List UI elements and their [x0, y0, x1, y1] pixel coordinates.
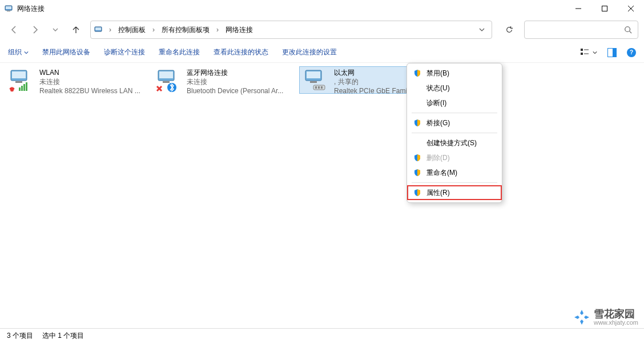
- refresh-button[interactable]: [498, 21, 521, 39]
- svg-line-10: [630, 31, 632, 34]
- ctx-shortcut[interactable]: 创建快捷方式(S): [407, 135, 502, 150]
- svg-rect-23: [26, 82, 27, 91]
- connection-status: , 共享的: [334, 77, 414, 86]
- ctx-rename[interactable]: 重命名(M): [407, 165, 502, 180]
- svg-rect-22: [23, 84, 25, 91]
- command-bar: 组织 禁用此网络设备 诊断这个连接 重命名此连接 查看此连接的状态 更改此连接的…: [0, 42, 644, 63]
- separator: [412, 113, 497, 113]
- watermark-name: 雪花家园: [594, 309, 638, 319]
- watermark-logo-icon: [573, 309, 590, 326]
- svg-rect-12: [581, 53, 583, 55]
- svg-rect-4: [602, 6, 607, 11]
- svg-rect-18: [12, 71, 26, 78]
- shield-icon: [413, 118, 422, 127]
- svg-rect-31: [307, 71, 320, 78]
- breadcrumb-sep: [107, 26, 114, 34]
- status-item-count: 3 个项目: [7, 331, 33, 341]
- breadcrumb-sep: [214, 26, 221, 34]
- disable-device-button[interactable]: 禁用此网络设备: [42, 47, 90, 57]
- watermark: 雪花家园 www.xhjaty.com: [573, 309, 638, 326]
- watermark-url: www.xhjaty.com: [594, 319, 638, 326]
- connection-item-wlan[interactable]: WLAN 未连接 Realtek 8822BU Wireless LAN ...: [5, 66, 147, 94]
- svg-rect-36: [321, 86, 323, 89]
- recent-button[interactable]: [47, 21, 64, 38]
- status-bar: 3 个项目 选中 1 个项目: [0, 328, 644, 343]
- preview-pane-icon[interactable]: [607, 48, 617, 57]
- organize-menu[interactable]: 组织: [8, 47, 29, 57]
- chevron-down-icon: [24, 50, 29, 55]
- chevron-down-icon[interactable]: [593, 50, 597, 55]
- status-selected-count: 选中 1 个项目: [42, 331, 84, 341]
- connection-status: 未连接: [187, 77, 283, 86]
- forward-button[interactable]: [26, 21, 43, 38]
- ctx-diagnose[interactable]: 诊断(I): [407, 95, 502, 110]
- minimize-button[interactable]: [565, 0, 591, 17]
- svg-rect-1: [6, 6, 11, 9]
- svg-rect-2: [7, 11, 10, 11]
- shield-icon: [413, 153, 422, 162]
- breadcrumb-network-connections[interactable]: 网络连接: [224, 25, 254, 35]
- address-bar[interactable]: 控制面板 所有控制面板项 网络连接: [90, 21, 492, 39]
- address-dropdown-icon[interactable]: [479, 27, 485, 33]
- search-icon: [624, 26, 632, 34]
- wlan-icon: [7, 68, 35, 92]
- back-button[interactable]: [6, 21, 23, 38]
- ethernet-icon: [302, 68, 329, 92]
- svg-rect-25: [159, 71, 173, 78]
- help-icon[interactable]: ?: [627, 48, 636, 57]
- separator: [412, 182, 497, 183]
- view-tiles-icon[interactable]: [580, 48, 589, 57]
- close-button[interactable]: [618, 0, 644, 17]
- breadcrumb-control-panel[interactable]: 控制面板: [117, 25, 147, 35]
- svg-rect-26: [163, 81, 170, 83]
- svg-rect-16: [613, 48, 617, 57]
- search-box[interactable]: [524, 21, 638, 39]
- connection-status: 未连接: [39, 77, 140, 86]
- svg-rect-20: [19, 87, 21, 91]
- ctx-properties[interactable]: 属性(R): [407, 185, 502, 200]
- up-button[interactable]: [67, 21, 84, 38]
- separator: [412, 133, 497, 133]
- address-icon: [94, 25, 103, 34]
- title-bar: 网络连接: [0, 0, 644, 17]
- connection-device: Realtek 8822BU Wireless LAN ...: [39, 86, 140, 95]
- shield-icon: [413, 188, 422, 197]
- ctx-delete: 删除(D): [407, 150, 502, 165]
- ctx-bridge[interactable]: 桥接(G): [407, 115, 502, 130]
- diagnose-button[interactable]: 诊断这个连接: [104, 47, 145, 57]
- svg-rect-8: [95, 27, 101, 30]
- ctx-disable[interactable]: 禁用(B): [407, 66, 502, 81]
- bluetooth-icon: [155, 68, 182, 92]
- maximize-button[interactable]: [591, 0, 618, 17]
- connection-device: Bluetooth Device (Personal Ar...: [187, 86, 283, 95]
- svg-rect-32: [310, 81, 317, 83]
- svg-rect-11: [581, 49, 583, 51]
- connection-name: WLAN: [39, 68, 140, 77]
- window-title: 网络连接: [17, 4, 45, 14]
- app-icon: [5, 4, 14, 13]
- view-status-button[interactable]: 查看此连接的状态: [214, 47, 268, 57]
- connection-device: Realtek PCIe GbE Famil...: [334, 86, 414, 95]
- shield-icon: [413, 69, 422, 78]
- change-settings-button[interactable]: 更改此连接的设置: [282, 47, 337, 57]
- connection-name: 蓝牙网络连接: [187, 68, 283, 77]
- svg-rect-34: [315, 86, 317, 89]
- svg-rect-35: [318, 86, 320, 89]
- breadcrumb-all-items[interactable]: 所有控制面板项: [160, 25, 211, 35]
- breadcrumb-sep: [150, 26, 157, 34]
- connection-item-bluetooth[interactable]: 蓝牙网络连接 未连接 Bluetooth Device (Personal Ar…: [152, 66, 295, 94]
- connection-name: 以太网: [334, 68, 414, 77]
- content-area: WLAN 未连接 Realtek 8822BU Wireless LAN ...…: [0, 63, 644, 328]
- nav-bar: 控制面板 所有控制面板项 网络连接: [0, 17, 644, 42]
- svg-rect-19: [15, 81, 22, 83]
- svg-point-9: [625, 27, 630, 32]
- rename-button[interactable]: 重命名此连接: [159, 47, 200, 57]
- shield-icon: [413, 168, 422, 177]
- svg-rect-21: [21, 86, 23, 91]
- context-menu: 禁用(B) 状态(U) 诊断(I) 桥接(G) 创建快捷方式(S) 删除(D) …: [406, 63, 502, 203]
- ctx-status[interactable]: 状态(U): [407, 81, 502, 95]
